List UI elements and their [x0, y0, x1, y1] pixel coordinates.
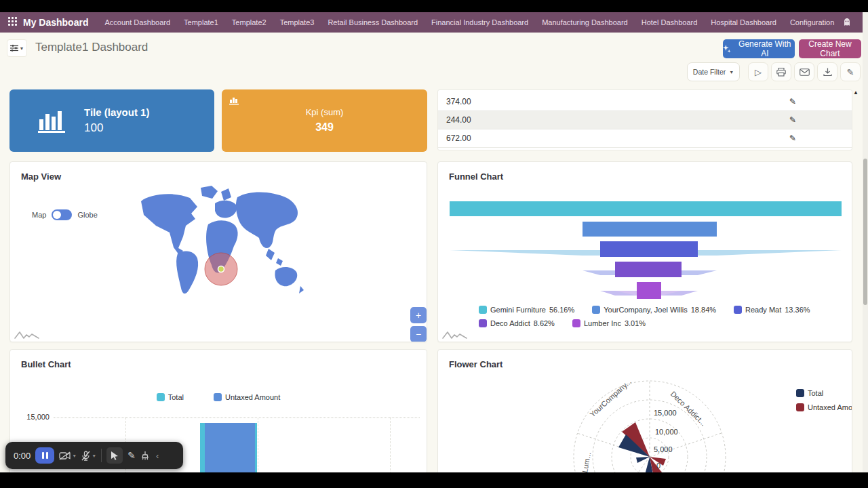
- nav-item-configuration[interactable]: Configuration: [783, 12, 841, 33]
- date-filter-dropdown[interactable]: Date Filter ▼: [687, 62, 740, 81]
- list-row[interactable]: 244.00 ✎: [438, 111, 852, 129]
- pencil-icon[interactable]: ✎: [789, 129, 796, 148]
- mail-button[interactable]: [794, 62, 814, 81]
- card-title: Map View: [21, 171, 61, 182]
- pause-recording-button[interactable]: [35, 447, 54, 464]
- nav-item-retail-business[interactable]: Retail Business Dashboard: [321, 12, 425, 33]
- download-icon: [823, 68, 832, 77]
- legend-item[interactable]: Untaxed Amount: [796, 403, 852, 411]
- sliders-icon: [10, 45, 18, 52]
- category-label: YourCompany...: [588, 378, 633, 419]
- cursor-icon: [111, 451, 119, 460]
- amcharts-logo[interactable]: [442, 330, 468, 340]
- legend-item[interactable]: Deco Addict8.62%: [479, 319, 555, 327]
- collapse-toolbar-button[interactable]: ‹: [156, 451, 159, 461]
- recording-timer: 0:00: [14, 451, 31, 461]
- toggle-label-map: Map: [32, 211, 46, 219]
- nav-menu: Account Dashboard Template1 Template2 Te…: [98, 12, 841, 33]
- nav-item-account-dashboard[interactable]: Account Dashboard: [98, 12, 177, 33]
- play-button[interactable]: ▷: [748, 62, 768, 81]
- legend-swatch: [479, 319, 487, 327]
- camera-off-button[interactable]: ▼: [59, 451, 77, 460]
- legend-swatch: [796, 403, 804, 411]
- map-zoom-in-button[interactable]: +: [410, 307, 427, 323]
- edit-dashboard-button[interactable]: ✎: [840, 62, 861, 81]
- mic-off-button[interactable]: ▼: [81, 451, 96, 461]
- y-axis-tick: 15,000: [20, 413, 50, 421]
- play-icon: ▷: [755, 67, 762, 77]
- bar-chart-icon: [229, 95, 239, 105]
- list-row[interactable]: 374.00 ✎: [438, 93, 852, 111]
- screen: My Dashboard Account Dashboard Template1…: [0, 0, 868, 488]
- legend-swatch: [214, 393, 222, 401]
- scroll-up-arrow-icon[interactable]: ▲: [853, 89, 859, 96]
- list-row[interactable]: 672.00 ✎: [438, 129, 852, 148]
- nav-item-financial-industry[interactable]: Financial Industry Dashboard: [425, 12, 535, 33]
- radial-tick: 5,000: [654, 445, 673, 453]
- nav-item-template2[interactable]: Template2: [225, 12, 273, 33]
- app-brand[interactable]: My Dashboard: [23, 17, 88, 28]
- world-map[interactable]: [136, 182, 309, 308]
- kpi-tile-layout1[interactable]: Tile (layout 1) 100: [9, 89, 214, 152]
- kpi-tile-sum[interactable]: Kpi (sum) 349: [222, 89, 427, 152]
- nav-item-manufacturing[interactable]: Manufacturing Dashboard: [535, 12, 635, 33]
- brush-icon: [140, 451, 150, 460]
- legend-item[interactable]: Gemini Furniture56.16%: [479, 306, 574, 314]
- bullet-bar-untaxed[interactable]: [205, 423, 255, 472]
- legend-swatch: [796, 389, 804, 397]
- nav-item-template1[interactable]: Template1: [177, 12, 225, 33]
- flower-chart[interactable]: 15,000 10,000 5,000 0 YourCompany... Dec…: [438, 350, 852, 472]
- download-button[interactable]: [817, 62, 837, 81]
- amcharts-logo[interactable]: [14, 330, 40, 340]
- letterbox-top: [0, 0, 868, 12]
- map-view-card: Map View Map Globe: [9, 161, 427, 342]
- legend-item[interactable]: Untaxed Amount: [214, 393, 280, 401]
- radial-tick: 0: [656, 462, 660, 470]
- legend-item[interactable]: Total: [796, 389, 852, 397]
- apps-grid-icon[interactable]: [8, 17, 18, 28]
- pencil-icon[interactable]: ✎: [789, 111, 796, 129]
- pen-tool-button[interactable]: ✎: [127, 450, 136, 461]
- pencil-icon[interactable]: ✎: [789, 93, 796, 111]
- nav-item-template3[interactable]: Template3: [273, 12, 321, 33]
- legend-swatch: [572, 319, 580, 327]
- page-scrollbar-thumb[interactable]: [863, 159, 867, 305]
- tile-value: 349: [222, 121, 427, 134]
- flower-legend: Total Untaxed Amount: [796, 389, 852, 411]
- cursor-tool-button[interactable]: [106, 447, 123, 464]
- nav-item-hotel[interactable]: Hotel Dashboard: [635, 12, 705, 33]
- funnel-chart[interactable]: [438, 196, 852, 304]
- tile-label: Kpi (sum): [222, 107, 427, 117]
- clear-tool-button[interactable]: [140, 451, 150, 460]
- legend-item[interactable]: Ready Mat13.36%: [734, 306, 810, 314]
- generate-with-ai-button[interactable]: Generate With AI: [723, 39, 795, 58]
- legend-item[interactable]: Total: [157, 393, 184, 401]
- flower-chart-card: Flower Chart: [437, 349, 852, 472]
- map-globe-switch[interactable]: [52, 209, 72, 220]
- chevron-down-icon: ▼: [20, 46, 24, 51]
- funnel-legend: Gemini Furniture56.16% YourCompany, Joel…: [479, 306, 838, 327]
- legend-item[interactable]: Lumber Inc3.01%: [572, 319, 646, 327]
- screen-recorder-toolbar: 0:00 ▼ ▼ ✎ ‹: [5, 442, 183, 469]
- radial-tick: 10,000: [655, 428, 678, 436]
- ai-sparkle-icon: [723, 45, 731, 53]
- ghost-icon[interactable]: [841, 16, 853, 28]
- list-value: 374.00: [446, 97, 471, 106]
- nav-item-hospital[interactable]: Hospital Dashboard: [704, 12, 783, 33]
- create-new-chart-button[interactable]: Create New Chart: [799, 39, 861, 58]
- tile-label: Tile (layout 1): [84, 106, 149, 118]
- chevron-down-icon[interactable]: ▼: [72, 453, 77, 458]
- category-label: Lum...: [580, 451, 592, 472]
- list-value: 244.00: [446, 115, 471, 125]
- chevron-down-icon[interactable]: ▼: [92, 453, 96, 458]
- map-zoom-out-button[interactable]: −: [410, 326, 427, 342]
- tile-value: 100: [84, 121, 149, 135]
- list-value: 672.00: [446, 134, 471, 143]
- legend-item[interactable]: YourCompany, Joel Willis18.84%: [592, 306, 716, 314]
- layout-filter-button[interactable]: ▼: [7, 39, 27, 57]
- print-button[interactable]: [771, 62, 791, 81]
- legend-swatch: [592, 306, 600, 314]
- legend-swatch: [734, 306, 742, 314]
- mic-off-icon: [81, 451, 90, 461]
- printer-icon: [776, 68, 786, 77]
